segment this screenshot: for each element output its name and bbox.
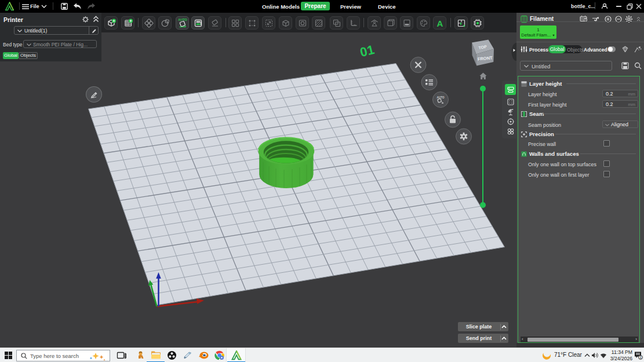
svg-text:1: 1 — [639, 355, 642, 359]
svg-text:AUTO: AUTO — [437, 96, 445, 99]
svg-text:01: 01 — [359, 42, 376, 60]
svg-text:AUTO: AUTO — [178, 18, 187, 21]
svg-text:A: A — [436, 18, 443, 28]
